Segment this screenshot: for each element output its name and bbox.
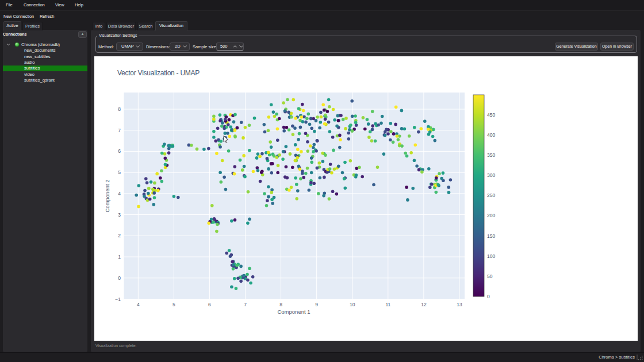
svg-text:150: 150 xyxy=(487,233,495,239)
svg-text:4: 4 xyxy=(137,302,140,307)
svg-text:4: 4 xyxy=(118,191,121,197)
svg-text:1: 1 xyxy=(118,254,121,260)
svg-text:7: 7 xyxy=(244,302,247,307)
svg-text:11: 11 xyxy=(385,302,390,307)
svg-text:8: 8 xyxy=(118,106,121,112)
svg-text:400: 400 xyxy=(487,132,495,138)
svg-text:7: 7 xyxy=(118,128,121,133)
svg-text:6: 6 xyxy=(208,302,211,307)
svg-text:6: 6 xyxy=(118,148,121,154)
svg-text:100: 100 xyxy=(487,253,495,259)
svg-text:450: 450 xyxy=(487,112,495,118)
svg-text:350: 350 xyxy=(487,152,495,158)
svg-text:5: 5 xyxy=(118,170,121,175)
svg-text:−1: −1 xyxy=(115,296,121,302)
svg-text:Component 2: Component 2 xyxy=(104,179,110,212)
svg-text:2: 2 xyxy=(118,233,121,238)
svg-text:200: 200 xyxy=(487,213,495,218)
svg-text:8: 8 xyxy=(279,302,282,307)
svg-text:250: 250 xyxy=(487,192,495,198)
svg-text:13: 13 xyxy=(457,302,462,307)
svg-text:300: 300 xyxy=(487,172,495,178)
svg-text:10: 10 xyxy=(350,302,355,307)
svg-text:9: 9 xyxy=(315,302,318,307)
svg-text:5: 5 xyxy=(172,302,175,307)
svg-text:50: 50 xyxy=(487,274,493,279)
svg-text:12: 12 xyxy=(421,302,427,307)
svg-text:3: 3 xyxy=(118,212,121,218)
svg-text:0: 0 xyxy=(118,275,121,281)
svg-text:Vector Visualization - UMAP: Vector Visualization - UMAP xyxy=(117,69,200,77)
svg-text:0: 0 xyxy=(487,294,490,299)
svg-text:Component 1: Component 1 xyxy=(277,309,310,315)
